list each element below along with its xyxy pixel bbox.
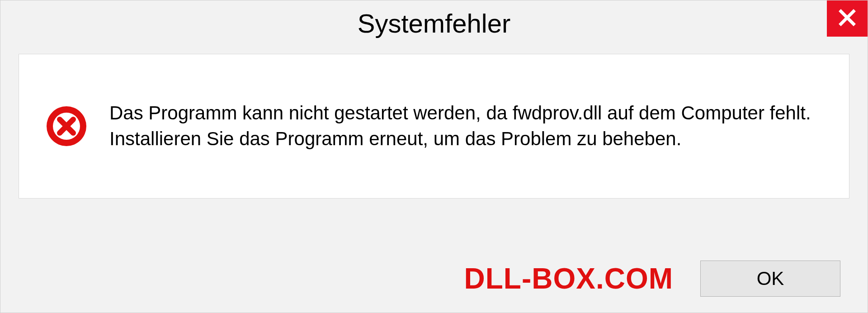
title-bar: Systemfehler: [0, 0, 868, 46]
error-icon: [46, 106, 87, 147]
watermark-text: DLL-BOX.COM: [464, 262, 674, 295]
dialog-footer: DLL-BOX.COM OK: [0, 245, 868, 313]
message-panel: Das Programm kann nicht gestartet werden…: [19, 54, 849, 199]
dialog-title: Systemfehler: [358, 8, 510, 38]
close-icon: [838, 9, 856, 28]
error-message: Das Programm kann nicht gestartet werden…: [109, 100, 822, 152]
close-button[interactable]: [827, 0, 868, 37]
ok-button[interactable]: OK: [700, 261, 840, 297]
